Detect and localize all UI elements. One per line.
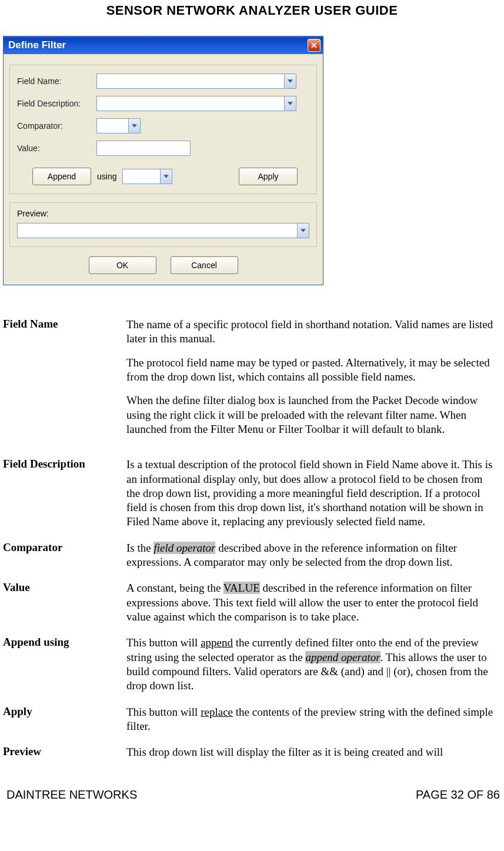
chevron-down-icon: [128, 119, 140, 133]
def-desc-value: A constant, being the VALUE described in…: [126, 581, 501, 636]
using-label: using: [97, 172, 116, 181]
definitions-table: Field Name The name of a specific protoc…: [3, 318, 501, 760]
def-desc-apply: This button will replace the contents of…: [126, 705, 501, 746]
close-icon: ✕: [311, 41, 318, 49]
preview-group: Preview:: [9, 202, 317, 247]
preview-label: Preview:: [17, 209, 309, 218]
def-desc-append-using: This button will append the currently de…: [126, 636, 501, 705]
comparator-combo[interactable]: [96, 118, 141, 134]
ok-button[interactable]: OK: [89, 256, 156, 274]
def-desc-preview: This drop down list will display the fil…: [126, 745, 501, 759]
field-name-label: Field Name:: [17, 76, 96, 86]
def-term-preview: Preview: [3, 745, 126, 759]
dialog-title: Define Filter: [8, 39, 66, 51]
cancel-button[interactable]: Cancel: [171, 256, 238, 274]
footer-left: DAINTREE NETWORKS: [6, 788, 137, 802]
value-input[interactable]: [96, 141, 191, 156]
value-label: Value:: [17, 143, 96, 153]
field-name-combo[interactable]: [96, 74, 296, 89]
define-filter-dialog: Define Filter ✕ Field Name: F: [3, 36, 323, 285]
append-button[interactable]: Append: [32, 168, 91, 185]
chevron-down-icon: [160, 169, 172, 183]
def-desc-field-name: The name of a specific protocol field in…: [126, 318, 501, 458]
field-description-label: Field Description:: [17, 99, 96, 108]
def-term-field-name: Field Name: [3, 318, 126, 458]
def-term-field-description: Field Description: [3, 458, 126, 541]
using-operator-combo[interactable]: [122, 169, 172, 184]
close-button[interactable]: ✕: [308, 39, 321, 52]
filter-fields-group: Field Name: Field Description:: [9, 65, 317, 194]
def-desc-comparator: Is the field operator described above in…: [126, 541, 501, 582]
page-title: SENSOR NETWORK ANALYZER USER GUIDE: [3, 0, 501, 36]
footer-right: PAGE 32 OF 86: [416, 788, 500, 802]
chevron-down-icon: [297, 223, 309, 238]
def-term-apply: Apply: [3, 705, 126, 746]
field-description-combo[interactable]: [96, 96, 296, 111]
def-term-value: Value: [3, 581, 126, 636]
dialog-titlebar: Define Filter ✕: [4, 36, 323, 54]
comparator-label: Comparator:: [17, 121, 96, 131]
chevron-down-icon: [284, 74, 296, 88]
def-term-append-using: Append using: [3, 636, 126, 705]
def-term-comparator: Comparator: [3, 541, 126, 582]
page-footer: DAINTREE NETWORKS PAGE 32 OF 86: [3, 760, 501, 807]
apply-button[interactable]: Apply: [239, 168, 298, 185]
preview-combo[interactable]: [17, 223, 309, 238]
def-desc-field-description: Is a textual description of the protocol…: [126, 458, 501, 541]
chevron-down-icon: [284, 96, 296, 111]
